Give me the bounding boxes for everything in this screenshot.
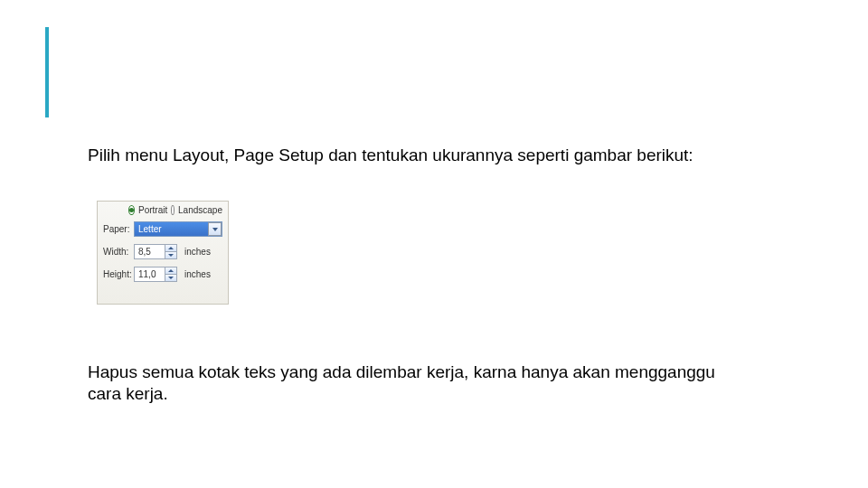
height-input[interactable]: 11,0 (134, 267, 177, 282)
chevron-down-icon (212, 228, 218, 231)
height-value: 11,0 (138, 269, 156, 279)
page-setup-panel: Portrait Landscape Paper: Letter Width: … (97, 201, 229, 305)
portrait-label: Portrait (138, 205, 167, 215)
height-label: Height: (103, 269, 130, 279)
radio-selected-icon (129, 208, 134, 212)
chevron-up-icon (168, 247, 174, 249)
dropdown-button[interactable] (208, 222, 222, 236)
instruction-paragraph-1: Pilih menu Layout, Page Setup dan tentuk… (88, 145, 703, 166)
width-value: 8,5 (138, 247, 151, 257)
height-spinner[interactable] (165, 267, 176, 281)
chevron-down-icon (168, 254, 174, 257)
paper-value: Letter (138, 224, 162, 234)
height-row: Height: 11,0 inches (103, 267, 222, 282)
chevron-up-icon (168, 269, 174, 272)
landscape-label: Landscape (178, 205, 222, 215)
width-label: Width: (103, 247, 130, 257)
portrait-radio[interactable] (128, 205, 135, 215)
paper-row: Paper: Letter (103, 221, 222, 237)
paper-dropdown[interactable]: Letter (134, 221, 222, 237)
chevron-down-icon (168, 277, 174, 279)
width-spinner[interactable] (165, 245, 176, 258)
height-unit: inches (184, 269, 212, 279)
slide-accent-bar (45, 27, 49, 117)
landscape-radio[interactable] (171, 205, 175, 215)
instruction-paragraph-2: Hapus semua kotak teks yang ada dilembar… (88, 361, 721, 405)
spinner-up[interactable] (165, 245, 176, 252)
spinner-down[interactable] (165, 275, 176, 281)
spinner-up[interactable] (165, 267, 176, 275)
width-row: Width: 8,5 inches (103, 244, 222, 259)
width-input[interactable]: 8,5 (134, 244, 177, 259)
paper-label: Paper: (103, 224, 130, 234)
width-unit: inches (184, 247, 212, 257)
spinner-down[interactable] (165, 252, 176, 258)
orientation-radio-group: Portrait Landscape (128, 205, 222, 215)
